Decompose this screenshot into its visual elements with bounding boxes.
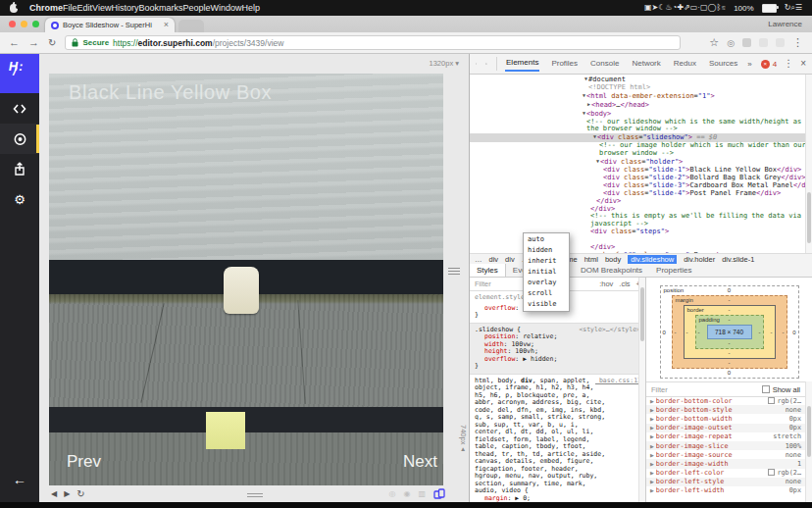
zoom-window-button[interactable] (32, 21, 39, 27)
preview-width-control[interactable]: 1320px ▾ (430, 59, 459, 68)
status-icon[interactable]: ⇗ (684, 3, 690, 12)
computed-filter-input[interactable]: Filter (651, 385, 668, 394)
rule-source-link[interactable]: _base.css:13 (595, 378, 641, 385)
autocomplete-option[interactable]: scroll (524, 288, 569, 299)
dom-node[interactable]: <div class="steps"> (470, 229, 805, 236)
status-icon[interactable]: ▣ (644, 3, 652, 12)
autocomplete-option[interactable]: overlay (524, 278, 569, 288)
sidebar-item-code[interactable] (0, 93, 39, 124)
address-bar[interactable]: Secure https://editor.superhi.com/projec… (65, 35, 681, 50)
prev-link[interactable]: Prev (67, 452, 101, 472)
breadcrumb-item[interactable]: div.slide-1 (722, 255, 754, 264)
extension-icon[interactable] (759, 38, 768, 47)
preview-refresh-icon[interactable]: ↻ (76, 488, 84, 499)
autocomplete-option[interactable]: inherit (524, 256, 569, 267)
computed-scrollbar[interactable] (805, 381, 812, 502)
inspect-element-icon[interactable] (476, 58, 477, 70)
menu-item[interactable]: File (63, 3, 77, 13)
preview-tool-icon[interactable]: ◉ (403, 489, 410, 498)
reload-icon[interactable]: ↻ (48, 38, 56, 48)
menu-item[interactable]: Help (241, 3, 260, 13)
device-preview-icon[interactable] (433, 488, 445, 499)
menu-item[interactable]: Edit (77, 3, 93, 13)
breadcrumb-item[interactable]: div (505, 255, 515, 264)
more-tabs-icon[interactable]: » (747, 60, 751, 69)
css-rule-slideshow[interactable]: .slideshow { <style>…</style> positionre… (470, 324, 645, 375)
preview-resize-handle-vertical[interactable] (247, 491, 263, 499)
status-icon[interactable]: ♨ (665, 3, 672, 12)
breadcrumb-item[interactable]: div.holder (684, 255, 715, 264)
sidebar-tab[interactable]: Properties (649, 264, 698, 277)
close-window-button[interactable] (9, 21, 16, 27)
dom-scrollbar[interactable] (805, 75, 812, 253)
devtools-tab[interactable]: Network (631, 57, 661, 71)
battery-icon[interactable] (762, 4, 777, 13)
next-link[interactable]: Next (403, 452, 437, 472)
dom-node[interactable]: </div> (470, 198, 805, 206)
dom-node[interactable]: ▼<html data-ember-extension="1"> (470, 92, 805, 101)
css-rule-base[interactable]: _base.css:13 html, body, div, span, appl… (470, 375, 645, 503)
breadcrumb-item[interactable]: body (605, 255, 621, 264)
breadcrumb-item[interactable]: … (475, 255, 482, 264)
computed-property-row[interactable]: ▶ border-image-source none (646, 450, 805, 459)
status-icon[interactable]: ☰ (795, 3, 802, 12)
dom-node[interactable]: <!DOCTYPE html> (470, 84, 805, 92)
breadcrumb-item[interactable]: div.slideshow (628, 255, 677, 264)
menu-item[interactable]: History (111, 3, 138, 13)
devtools-tab[interactable]: Elements (505, 56, 539, 72)
computed-property-row[interactable]: ▶ border-left-width 0px (646, 486, 805, 495)
devtools-close-icon[interactable]: × (800, 59, 806, 69)
status-icon[interactable]: ◯ (708, 3, 717, 12)
sidebar-item-settings[interactable]: ⚙ (0, 184, 39, 215)
show-all-checkbox[interactable] (762, 385, 770, 393)
rule-source[interactable]: <style>…</style> (579, 327, 640, 334)
profile-name[interactable]: Lawrence (768, 20, 802, 28)
computed-property-row[interactable]: ▶ border-left-style none (646, 478, 805, 486)
sidebar-tab[interactable]: Styles (470, 264, 506, 277)
styles-scrollbar[interactable] (638, 278, 645, 502)
preview-tool-icon[interactable]: ▥ (418, 489, 426, 498)
computed-property-row[interactable]: ▶ border-left-color rgb(2… (646, 469, 805, 478)
preview-height-label[interactable]: 740px▴ (459, 425, 468, 453)
breadcrumb-item[interactable]: html (584, 255, 598, 264)
devtools-menu-icon[interactable]: ⋮ (784, 59, 793, 69)
autocomplete-option[interactable]: hidden (524, 245, 569, 256)
back-icon[interactable]: ← (9, 37, 20, 48)
computed-property-row[interactable]: ▶ border-bottom-style none (646, 405, 805, 414)
menu-item[interactable]: Bookmarks (138, 3, 182, 13)
dom-node[interactable]: browser window --> (470, 150, 805, 158)
browser-tab[interactable]: Boyce Slideshow - SuperHi × (45, 18, 175, 32)
box-model-diagram[interactable]: position 0 0 0 margin - - - (660, 285, 799, 379)
device-toolbar-icon[interactable] (485, 58, 486, 70)
error-badge-icon[interactable]: × (761, 60, 770, 69)
devtools-tab[interactable]: Console (589, 57, 620, 71)
dom-node[interactable]: the browser window --> (470, 126, 805, 133)
extension-icon[interactable] (776, 38, 785, 47)
computed-property-row[interactable]: ▶ border-bottom-color rgb(2… (646, 396, 805, 405)
computed-property-row[interactable]: ▶ border-image-slice 100% (646, 441, 805, 450)
dom-node[interactable]: <div class="slide-4">Post Panel Frame</d… (470, 190, 805, 198)
minimize-window-button[interactable] (21, 21, 27, 27)
menu-item[interactable]: People (182, 3, 210, 13)
tab-close-icon[interactable]: × (164, 21, 169, 29)
chrome-menu-icon[interactable]: ⋮ (792, 37, 803, 48)
apple-icon[interactable] (10, 4, 18, 13)
new-tab-button[interactable] (178, 20, 204, 32)
computed-property-row[interactable]: ▶ border-bottom-width 0px (646, 414, 805, 423)
autocomplete-option[interactable]: visible (524, 299, 569, 310)
devtools-tab[interactable]: Sources (708, 57, 738, 71)
menu-item[interactable]: Chrome (29, 3, 63, 13)
preview-back-icon[interactable]: ◀ (51, 489, 57, 498)
back-to-dashboard-button[interactable]: ← (0, 467, 39, 492)
breadcrumb-item[interactable]: div (489, 255, 499, 264)
styles-filter-input[interactable]: Filter (475, 280, 491, 288)
sidebar-tab[interactable]: DOM Breakpoints (574, 264, 649, 277)
extension-icon[interactable]: ◎ (727, 38, 735, 48)
preview-tool-icon[interactable]: ◎ (388, 489, 395, 498)
devtools-tab[interactable]: Redux (673, 57, 697, 71)
css-declaration[interactable]: overflow▶ hidden (475, 356, 640, 364)
autocomplete-option[interactable]: initial (524, 267, 569, 278)
menu-item[interactable]: Window (210, 3, 241, 13)
extension-icon[interactable] (742, 38, 751, 47)
autocomplete-option[interactable]: auto (524, 234, 569, 245)
